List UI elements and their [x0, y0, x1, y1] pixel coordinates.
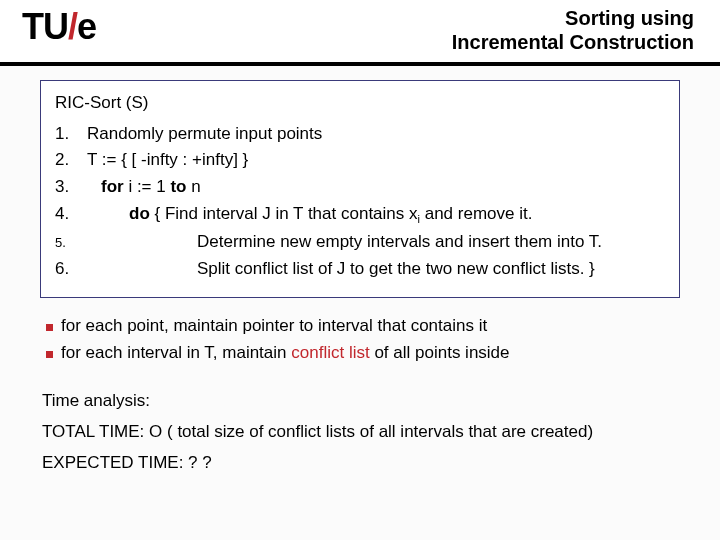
step-number: 4.: [55, 202, 87, 227]
banner-underline: [0, 63, 720, 66]
keyword-for: for: [101, 177, 124, 196]
slide-title: Sorting using Incremental Construction: [452, 6, 694, 54]
logo-tu: TU: [22, 6, 68, 47]
step-text: T := { [ -infty : +infty] }: [87, 148, 248, 173]
note-item-1: for each point, maintain pointer to inte…: [40, 312, 680, 339]
bullet-icon: [46, 351, 53, 358]
step-number: 6.: [55, 257, 87, 282]
step-text: do { Find interval J in T that contains …: [87, 202, 532, 228]
note-text: for each point, maintain pointer to inte…: [61, 312, 487, 339]
step-number: 1.: [55, 122, 87, 147]
conflict-list-term: conflict list: [291, 343, 369, 362]
top-banner: TU/e Sorting using Incremental Construct…: [0, 0, 720, 63]
keyword-to: to: [170, 177, 186, 196]
slide-content: RIC-Sort (S) 1. Randomly permute input p…: [0, 80, 720, 540]
notes-list: for each point, maintain pointer to inte…: [40, 312, 680, 366]
logo-slash: /: [68, 6, 77, 47]
algorithm-box: RIC-Sort (S) 1. Randomly permute input p…: [40, 80, 680, 298]
time-analysis: Time analysis: TOTAL TIME: O ( total siz…: [40, 385, 680, 479]
slide: TU/e Sorting using Incremental Construct…: [0, 0, 720, 540]
tue-logo: TU/e: [22, 6, 96, 48]
title-line-2: Incremental Construction: [452, 30, 694, 54]
algo-step-2: 2. T := { [ -infty : +infty] }: [55, 148, 665, 173]
step-number: 2.: [55, 148, 87, 173]
step-number: 5.: [55, 234, 87, 253]
step-number: 3.: [55, 175, 87, 200]
bullet-icon: [46, 324, 53, 331]
step-text: Randomly permute input points: [87, 122, 322, 147]
algo-step-6: 6. Split conflict list of J to get the t…: [55, 257, 665, 282]
algo-step-5: 5. Determine new empty intervals and ins…: [55, 230, 665, 255]
algo-step-3: 3. for i := 1 to n: [55, 175, 665, 200]
expected-time: EXPECTED TIME: ? ?: [42, 447, 680, 478]
algo-step-1: 1. Randomly permute input points: [55, 122, 665, 147]
title-line-1: Sorting using: [452, 6, 694, 30]
total-time: TOTAL TIME: O ( total size of conflict l…: [42, 416, 680, 447]
algo-step-4: 4. do { Find interval J in T that contai…: [55, 202, 665, 228]
note-text: for each interval in T, maintain conflic…: [61, 339, 510, 366]
step-text: Split conflict list of J to get the two …: [87, 257, 595, 282]
keyword-do: do: [129, 204, 150, 223]
step-text: for i := 1 to n: [87, 175, 201, 200]
analysis-header: Time analysis:: [42, 385, 680, 416]
algorithm-header: RIC-Sort (S): [55, 91, 665, 116]
logo-e: e: [77, 6, 96, 47]
step-text: Determine new empty intervals and insert…: [87, 230, 602, 255]
note-item-2: for each interval in T, maintain conflic…: [40, 339, 680, 366]
